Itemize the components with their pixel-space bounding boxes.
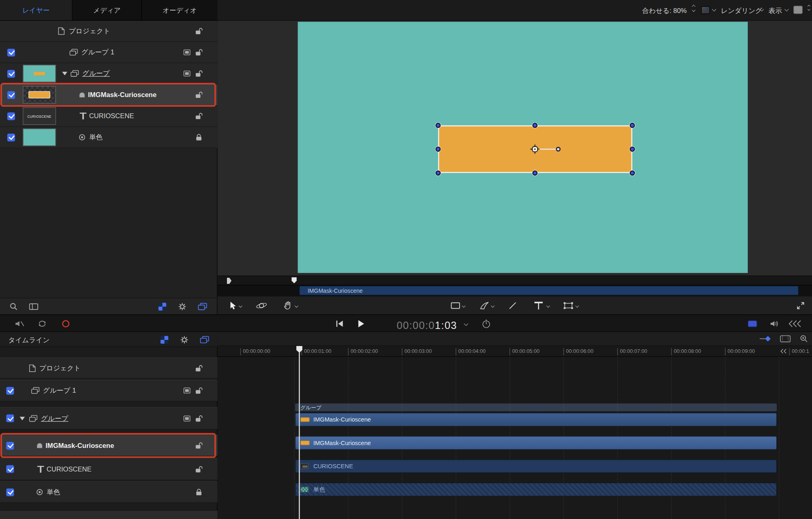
tab-audio[interactable]: オーディオ [142, 0, 217, 20]
layer-row-imgmask[interactable]: IMGMask-Curioscene [0, 84, 218, 106]
lock-open-icon[interactable] [195, 364, 203, 372]
canvas-area[interactable] [218, 21, 812, 276]
visibility-checkbox[interactable] [7, 70, 15, 78]
clip-icon[interactable] [184, 49, 191, 55]
tab-media[interactable]: メディア [73, 0, 142, 20]
keyframes-toggle-icon[interactable] [759, 336, 772, 342]
audio-speaker-icon[interactable] [769, 320, 779, 328]
chevron-down-icon[interactable] [712, 7, 717, 12]
lock-open-icon[interactable] [195, 387, 203, 394]
timeline-row-project[interactable]: プロジェクト [0, 357, 218, 378]
in-point-marker[interactable] [227, 278, 231, 284]
lock-open-icon[interactable] [195, 112, 203, 120]
select-tool[interactable] [229, 301, 237, 310]
timeline-row-group[interactable]: グループ [0, 407, 218, 430]
visibility-checkbox[interactable] [7, 133, 15, 141]
lock-open-icon[interactable] [195, 70, 203, 77]
canvas-stage[interactable] [298, 22, 747, 273]
zoom-stepper[interactable] [692, 5, 695, 11]
timecode-display[interactable]: 00:00:01:03 [397, 319, 457, 332]
selection-handle[interactable] [532, 123, 538, 128]
timer-icon[interactable] [482, 319, 491, 329]
lock-open-icon[interactable] [195, 415, 203, 422]
layers-stack-icon[interactable] [200, 336, 209, 344]
anchor-point-icon[interactable] [530, 144, 540, 156]
mini-timeline-clip[interactable]: IMGMask-Curioscene [299, 286, 799, 295]
lock-open-icon[interactable] [195, 91, 203, 98]
line-tool[interactable] [509, 301, 517, 309]
timeline-row-curioscene[interactable]: CURIOSCENE [0, 458, 218, 480]
selection-handle[interactable] [436, 123, 441, 128]
clip-bar-solid[interactable]: 単色 [295, 483, 777, 496]
timeline-row-imgmask[interactable]: IMGMask-Curioscene [0, 435, 218, 456]
layer-row-group1[interactable]: グループ 1 [0, 42, 218, 63]
pan-hand-tool[interactable] [284, 301, 293, 310]
visibility-checkbox[interactable] [6, 441, 14, 449]
mini-timeline-ruler[interactable] [218, 276, 812, 285]
lock-open-icon[interactable] [195, 442, 203, 449]
selection-handle[interactable] [630, 123, 635, 128]
chevron-down-icon[interactable] [239, 304, 242, 308]
lock-closed-icon[interactable] [196, 489, 202, 496]
lock-open-icon[interactable] [195, 465, 203, 473]
layer-row-project[interactable]: プロジェクト [0, 21, 218, 42]
lock-open-icon[interactable] [195, 28, 203, 35]
triple-chevron-icon[interactable] [788, 320, 801, 327]
lock-open-icon[interactable] [195, 49, 203, 56]
timeline-playhead[interactable] [299, 346, 300, 519]
display-menu[interactable]: 表示 [769, 6, 782, 15]
shape-rectangle-tool[interactable] [451, 302, 460, 309]
lock-closed-icon[interactable] [196, 134, 202, 141]
mini-playhead-marker[interactable] [292, 277, 297, 283]
layers-stack-icon[interactable] [198, 303, 207, 311]
audio-mute-icon[interactable] [15, 320, 26, 328]
visibility-checkbox[interactable] [6, 414, 14, 422]
search-icon[interactable] [9, 302, 18, 311]
visibility-checkbox[interactable] [7, 91, 15, 99]
record-icon[interactable] [62, 320, 70, 328]
clip-icon[interactable] [184, 70, 191, 76]
paint-stroke-tool[interactable] [479, 301, 489, 309]
selection-handle[interactable] [630, 147, 635, 152]
disclosure-triangle-icon[interactable] [62, 72, 67, 76]
rotation-handle[interactable] [556, 147, 560, 151]
horizontal-scrollbar[interactable] [0, 510, 218, 519]
rendering-menu[interactable]: レンダリング [721, 6, 762, 15]
list-view-icon[interactable] [29, 303, 38, 310]
loop-playback-icon[interactable] [37, 320, 47, 328]
play-button[interactable] [357, 320, 365, 328]
clip-icon[interactable] [184, 387, 191, 394]
timeline-row-group1[interactable]: グループ 1 [0, 380, 218, 402]
timeline-row-solid[interactable]: 単色 [0, 481, 218, 503]
visibility-checkbox[interactable] [6, 465, 14, 473]
go-to-start-icon[interactable] [336, 320, 344, 327]
window-layout-button[interactable] [793, 6, 803, 14]
selection-handle[interactable] [532, 171, 538, 176]
visibility-checkbox[interactable] [6, 387, 14, 394]
chevron-down-icon[interactable] [462, 304, 466, 308]
gear-icon[interactable] [180, 336, 188, 344]
fullscreen-icon[interactable] [797, 301, 805, 309]
gear-icon[interactable] [178, 303, 186, 311]
chevron-down-icon[interactable] [546, 304, 550, 308]
zoom-in-icon[interactable] [799, 334, 808, 343]
chevron-down-icon[interactable] [295, 304, 298, 308]
chevron-down-icon[interactable] [491, 304, 495, 308]
clip-bar-imgmask-2[interactable]: IMGMask-Curioscene [295, 436, 777, 450]
render-preview-swatch[interactable] [701, 6, 710, 14]
zoom-level-control[interactable]: 合わせる: 80% [642, 6, 687, 15]
mask-tool[interactable] [564, 302, 573, 309]
disclosure-triangle-icon[interactable] [19, 417, 25, 420]
text-tool[interactable] [534, 302, 542, 309]
tab-layers[interactable]: レイヤー [0, 0, 73, 20]
selection-handle[interactable] [436, 147, 441, 152]
clip-bar-imgmask-1[interactable]: IMGMask-Curioscene [295, 413, 777, 426]
chevron-down-icon[interactable] [575, 304, 579, 308]
filters-toggle-icon[interactable] [160, 336, 168, 344]
layer-row-group[interactable]: グループ [0, 63, 218, 84]
timeline-ruler[interactable]: 00:00:00:00 00:00:01:00 00:00:02:00 00:0… [218, 346, 812, 357]
double-chevron-left-icon[interactable] [780, 348, 787, 354]
clip-icon[interactable] [184, 415, 191, 421]
orbit-tool[interactable] [256, 301, 267, 310]
layer-row-curioscene[interactable]: CURIOSCENE CURIOSCENE [0, 106, 218, 127]
